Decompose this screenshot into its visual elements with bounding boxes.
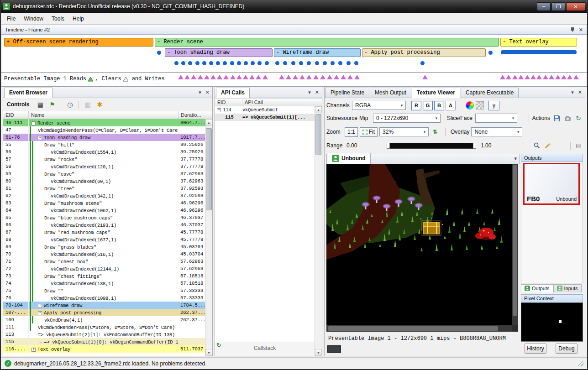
texture-tab-dropdown-icon[interactable]: ▾ — [514, 156, 517, 162]
usage-triangle[interactable] — [256, 75, 261, 79]
event-row[interactable]: 59Draw "cave"37.62963 — [3, 170, 205, 177]
event-row[interactable]: 64vkCmdDrawIndexed(1062,1)46.96296 — [3, 207, 205, 214]
event-row[interactable]: 57Draw "rocks"37.77778 — [3, 156, 205, 163]
resize-grip[interactable] — [578, 360, 583, 366]
usage-triangle[interactable] — [293, 75, 298, 79]
usage-triangle[interactable] — [306, 75, 312, 79]
usage-triangle[interactable] — [334, 75, 339, 79]
timeline-draw-dot[interactable] — [188, 61, 192, 65]
event-row[interactable]: 67Draw "red mushroom caps"45.77778 — [3, 229, 205, 236]
usage-triangle[interactable] — [567, 75, 572, 79]
texture-vertical-scrollbar[interactable] — [512, 164, 518, 325]
checkerboard-icon[interactable] — [476, 101, 484, 109]
expand-icon[interactable]: + — [38, 304, 42, 308]
timeline-draw-dot[interactable] — [157, 51, 161, 55]
stats-icon[interactable]: ▥ — [83, 100, 92, 109]
fit-button[interactable]: Fit — [360, 127, 378, 137]
range-handle-min[interactable] — [387, 143, 390, 149]
callstack-refresh-icon[interactable]: ↻ — [216, 342, 221, 349]
scroll-down-icon[interactable]: ▼ — [205, 349, 212, 356]
range-slider[interactable] — [387, 143, 476, 149]
event-row[interactable]: 58vkCmdDrawIndexed(120,1)37.77778 — [3, 163, 205, 170]
timeline-draw-strip[interactable] — [501, 50, 577, 54]
wand-icon[interactable] — [543, 141, 552, 150]
event-row[interactable]: 76vkCmdDrawIndexed(1098,1)57.33333 — [3, 294, 205, 302]
maximize-button[interactable] — [551, 2, 565, 11]
usage-triangle[interactable] — [422, 75, 428, 79]
scrollbar-thumb[interactable] — [513, 165, 517, 316]
timeline-bar[interactable]: - Render scene — [155, 38, 499, 47]
event-row[interactable]: 113=> vkQueueSubmit(2)[1]: vkEndCommandB… — [3, 331, 205, 338]
usage-triangle[interactable] — [347, 75, 353, 79]
usage-triangle[interactable] — [354, 75, 360, 79]
usage-triangle[interactable] — [249, 75, 255, 79]
usage-triangle[interactable] — [555, 75, 561, 79]
event-row[interactable]: 47vkCmdBeginRenderPass(C=Clear, D=Clear,… — [3, 126, 205, 134]
dock-close-icon[interactable]: ✕ — [315, 89, 319, 95]
menu-tools[interactable]: Tools — [47, 14, 68, 24]
dock-menu-icon[interactable]: ▾ — [571, 89, 574, 95]
overlay-select[interactable]: None ▾ — [471, 127, 522, 136]
channel-b-button[interactable]: B — [434, 101, 444, 110]
timeline-draw-dot[interactable] — [265, 61, 269, 65]
column-eid[interactable]: EID — [3, 111, 29, 119]
menu-file[interactable]: File — [3, 14, 20, 24]
timeline-bar[interactable]: + Off-screen scene rendering — [4, 38, 153, 47]
event-row[interactable]: 63Draw "mushroom stems"46.96296 — [3, 199, 205, 207]
timeline-draw-dot[interactable] — [354, 61, 358, 65]
debug-button[interactable]: Debug — [556, 344, 578, 354]
usage-triangle[interactable] — [236, 75, 242, 79]
zoom-1to1-button[interactable]: 1:1 — [345, 127, 358, 137]
usage-triangle[interactable] — [327, 75, 332, 79]
color-wheel-icon[interactable] — [466, 101, 474, 109]
usage-triangle[interactable] — [512, 75, 518, 79]
event-row[interactable]: 51-76-Toon shading draw1017.7... — [3, 134, 205, 141]
api-call-row[interactable]: +114vkQueueSubmit — [215, 106, 315, 114]
timeline-draw-dot[interactable] — [291, 61, 295, 65]
event-row[interactable]: 55Draw "hill"39.25926 — [3, 141, 205, 148]
scroll-up-icon[interactable]: ▲ — [205, 119, 212, 126]
background-swatch[interactable] — [327, 345, 341, 353]
tab-outputs[interactable]: Outputs — [521, 284, 553, 292]
flip-y-icon[interactable]: ⇅ — [430, 127, 440, 136]
event-row[interactable]: 107-...-Apply post processing262.37... — [3, 309, 205, 316]
event-row[interactable]: 69Draw "grass blades"45.03704 — [3, 243, 205, 250]
column-duration[interactable]: Duratio... — [178, 111, 212, 119]
history-button[interactable]: History — [525, 344, 546, 354]
scroll-up-icon[interactable]: ▲ — [315, 106, 322, 113]
timeline-draw-dot[interactable] — [174, 61, 178, 65]
timeline-draw-dot[interactable] — [209, 61, 213, 65]
zoom-select[interactable]: 32% ▾ — [379, 127, 429, 136]
goto-current-flag-icon[interactable]: ⚑ — [47, 100, 57, 109]
time-clock-icon[interactable]: ◷ — [65, 100, 74, 109]
usage-triangle[interactable] — [286, 75, 291, 79]
tab-event-browser[interactable]: Event Browser — [4, 88, 52, 98]
pin-icon[interactable] — [570, 27, 575, 32]
timeline[interactable]: Presentable Image 1 Reads , Clears and W… — [1, 35, 587, 87]
event-row[interactable]: 66vkCmdDrawIndexed(2193,1)46.37037 — [3, 221, 205, 229]
range-handle-max[interactable] — [473, 143, 476, 149]
gamma-button[interactable]: γ — [488, 101, 499, 110]
texture-canvas[interactable] — [326, 164, 512, 325]
dock-menu-icon[interactable]: ▾ — [199, 89, 201, 95]
timeline-draw-dot[interactable] — [230, 61, 234, 65]
timeline-draw-dot[interactable] — [338, 61, 342, 65]
event-row[interactable]: 75Draw ""57.33333 — [3, 287, 205, 294]
timeline-draw-dot[interactable] — [488, 51, 493, 55]
pixel-context-canvas[interactable] — [521, 302, 583, 342]
timeline-draw-dot[interactable] — [223, 61, 227, 65]
timeline-draw-dot[interactable] — [420, 61, 425, 65]
snapshot-icon[interactable] — [563, 114, 572, 123]
magnifier-icon[interactable] — [532, 141, 541, 150]
event-row[interactable]: 65Draw "blue mushroom caps"46.37037 — [3, 214, 205, 221]
timeline-draw-dot[interactable] — [251, 61, 255, 65]
usage-triangle[interactable] — [299, 75, 305, 79]
timeline-draw-dot[interactable] — [275, 61, 279, 65]
event-row[interactable]: 56vkCmdDrawIndexed(1554,1)39.25926 — [3, 148, 205, 156]
menu-help[interactable]: Help — [68, 14, 88, 24]
event-row[interactable]: 116-...+Text overlay511.7037 — [3, 345, 205, 353]
timeline-bar[interactable]: - Text overlay — [500, 38, 577, 47]
durations-icon[interactable]: ▦ — [36, 100, 45, 109]
fb0-thumbnail[interactable]: FB0 Unbound — [523, 163, 580, 205]
event-row[interactable]: 71Draw "chest box"57.62963 — [3, 258, 205, 265]
